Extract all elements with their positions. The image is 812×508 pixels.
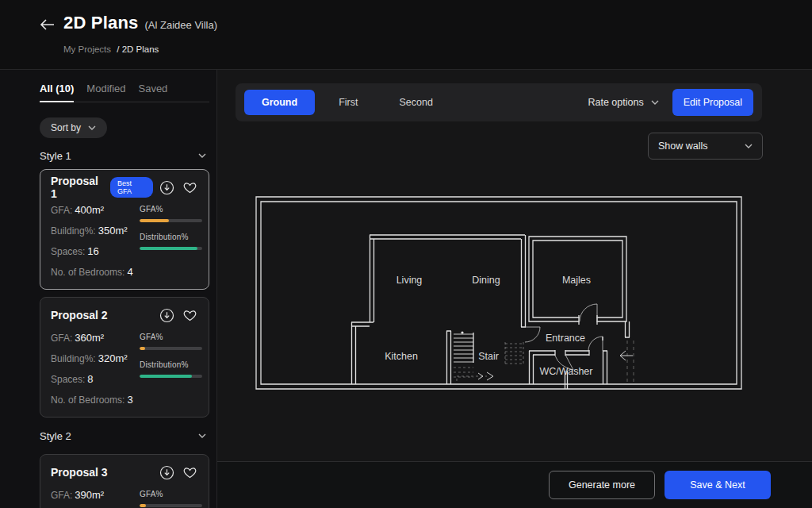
room-label-entrance: Entrance <box>546 333 585 344</box>
distribution-progress: Distribution% <box>140 233 202 250</box>
stair-start-dot <box>461 331 463 333</box>
gfa-progress-fill <box>140 347 145 350</box>
proposal-title: Proposal 1 <box>51 175 104 200</box>
entry-dashed-lines <box>627 341 634 384</box>
download-icon[interactable] <box>159 180 174 195</box>
breadcrumb-parent[interactable]: My Projects <box>63 44 111 54</box>
tab-floor-second[interactable]: Second <box>381 90 450 115</box>
style-group-1-header[interactable]: Style 1 <box>40 150 209 161</box>
project-name: (Al Zaidee Villa) <box>145 19 218 31</box>
plan-outer-walls <box>256 197 741 389</box>
chevron-down-icon <box>651 100 659 105</box>
sort-by-label: Sort by <box>51 122 81 133</box>
room-label-living: Living <box>396 275 423 286</box>
tab-floor-first[interactable]: First <box>321 90 375 115</box>
chevron-down-icon <box>745 144 753 148</box>
breadcrumb-current: / 2D Plans <box>117 44 159 54</box>
bedrooms-stat: No. of Bedrooms:3 <box>51 393 140 407</box>
proposal-card-3[interactable]: Proposal 3 GFA:390m² Building%:350m² Spa… <box>40 454 209 508</box>
gfa-progress: GFA% <box>140 205 202 222</box>
bedrooms-stat: No. of Bedrooms:4 <box>51 265 140 279</box>
gfa-stat: GFA:360m² <box>51 331 140 345</box>
download-icon[interactable] <box>159 465 174 480</box>
chevron-down-icon <box>198 153 206 158</box>
gfa-progress: GFA% <box>140 333 202 350</box>
washer-door-swing <box>588 337 603 351</box>
action-footer: Generate more Save & Next <box>217 461 812 508</box>
plan-canvas: Ground First Second Rate options Edit Pr… <box>217 70 812 508</box>
proposal-card-1[interactable]: Proposal 1 Best GFA GFA:400m² Building%:… <box>40 169 209 290</box>
breadcrumb: My Projects / 2D Plans <box>63 44 159 54</box>
distribution-progress-fill <box>140 247 197 250</box>
favorite-heart-icon[interactable] <box>182 180 197 195</box>
building-stat: Building%:320m² <box>51 352 140 366</box>
spaces-stat: Spaces:16 <box>51 244 140 259</box>
app-header: 2D Plans (Al Zaidee Villa) My Projects /… <box>0 0 812 70</box>
tab-modified[interactable]: Modified <box>86 83 125 102</box>
sidebar-tabs: All (10) Modified Saved <box>40 83 209 102</box>
distribution-progress: Distribution% <box>140 360 202 378</box>
gfa-progress-fill <box>140 504 146 507</box>
gfa-progress-fill <box>140 219 169 222</box>
plan-wc-walls <box>529 321 630 389</box>
building-stat: Building%:350m² <box>51 224 140 238</box>
rate-options-dropdown[interactable]: Rate options <box>588 97 658 108</box>
show-walls-label: Show walls <box>658 140 708 152</box>
gfa-stat: GFA:400m² <box>51 203 140 217</box>
proposal-title: Proposal 3 <box>51 466 108 479</box>
style-group-label: Style 2 <box>40 430 71 442</box>
gfa-stat: GFA:390m² <box>51 488 140 502</box>
style-group-label: Style 1 <box>40 150 71 162</box>
best-gfa-badge: Best GFA <box>110 177 153 198</box>
room-label-majles: Majles <box>562 275 591 286</box>
distribution-progress-fill <box>140 375 192 378</box>
chevron-down-icon <box>198 433 206 438</box>
tab-floor-ground[interactable]: Ground <box>244 90 315 115</box>
spaces-stat: Spaces:8 <box>51 372 140 387</box>
stair-treads <box>454 334 473 362</box>
save-next-button[interactable]: Save & Next <box>665 471 771 499</box>
proposal-title: Proposal 2 <box>51 309 108 321</box>
floor-plan: Living Dining Majles Kitchen Stair Entra… <box>254 193 744 391</box>
room-label-dining: Dining <box>472 275 500 286</box>
favorite-heart-icon[interactable] <box>182 465 197 480</box>
room-label-stair: Stair <box>478 351 499 362</box>
tab-saved[interactable]: Saved <box>138 83 167 102</box>
download-icon[interactable] <box>159 308 174 323</box>
rate-options-label: Rate options <box>588 97 643 108</box>
page-title: 2D Plans <box>63 13 139 33</box>
back-icon[interactable] <box>40 18 57 33</box>
room-label-wc-washer: WC/Washer <box>540 366 593 377</box>
floor-toolbar: Ground First Second Rate options Edit Pr… <box>236 83 762 121</box>
style-group-2-header[interactable]: Style 2 <box>40 430 209 441</box>
gfa-progress: GFA% <box>140 490 202 507</box>
edit-proposal-button[interactable]: Edit Proposal <box>672 89 753 116</box>
proposal-card-2[interactable]: Proposal 2 GFA:360m² Building%:320m² Spa… <box>40 297 209 418</box>
tab-all[interactable]: All (10) <box>40 83 74 102</box>
sort-by-dropdown[interactable]: Sort by <box>40 117 107 138</box>
show-walls-dropdown[interactable]: Show walls <box>648 133 763 160</box>
generate-more-button[interactable]: Generate more <box>549 471 655 499</box>
room-label-kitchen: Kitchen <box>385 351 418 362</box>
chevron-down-icon <box>88 125 96 130</box>
entrance-door-swing <box>525 327 540 342</box>
entry-arrow <box>620 351 633 360</box>
proposals-sidebar: All (10) Modified Saved Sort by Style 1 … <box>0 70 217 508</box>
favorite-heart-icon[interactable] <box>182 308 197 323</box>
plan-interior-walls <box>351 235 526 384</box>
